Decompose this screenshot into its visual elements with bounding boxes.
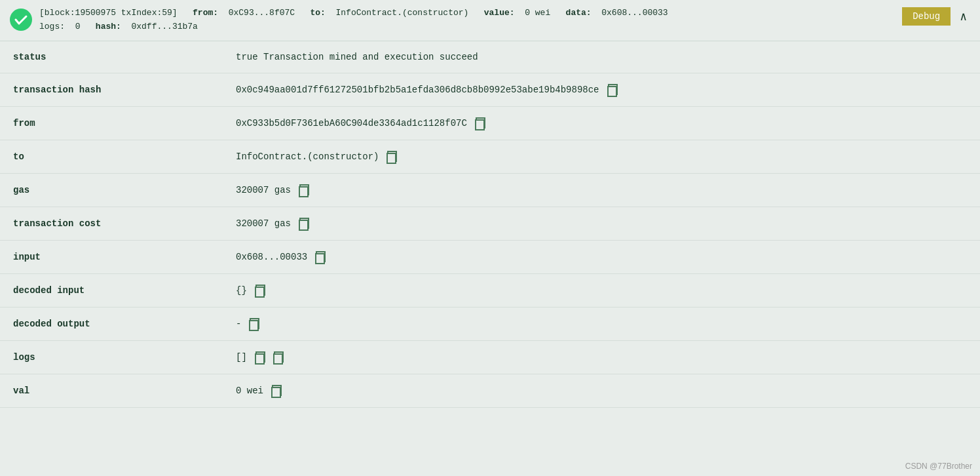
copy-icon[interactable]: [315, 251, 326, 263]
value-row: 0x0c949aa001d7ff61272501bfb2b5a1efda306d…: [236, 84, 967, 96]
header-text: [block:19500975 txIndex:59] from: 0xC93.…: [39, 7, 668, 34]
copy-icon[interactable]: [475, 117, 485, 129]
table-row: decoded input{}: [0, 273, 980, 307]
header-left: [block:19500975 txIndex:59] from: 0xC93.…: [9, 7, 668, 34]
copy-icon[interactable]: [607, 84, 618, 96]
value-row: 0x608...00033: [236, 251, 967, 263]
table-row: transaction cost320007 gas: [0, 207, 980, 240]
row-label: val: [0, 374, 223, 407]
debug-button[interactable]: Debug: [902, 7, 951, 26]
value-label: value:: [484, 8, 515, 18]
row-value: true Transaction mined and execution suc…: [236, 52, 478, 62]
row-value-cell: -: [223, 307, 980, 340]
row-value: 320007 gas: [236, 218, 291, 229]
value-row: InfoContract.(constructor): [236, 151, 967, 163]
copy-icon[interactable]: [249, 318, 259, 330]
row-label: input: [0, 240, 223, 273]
row-value: InfoContract.(constructor): [236, 151, 379, 162]
row-value: 0xC933b5d0F7361ebA60C904de3364ad1c1128f0…: [236, 118, 467, 129]
header-data-value: 0x608...00033: [601, 8, 668, 18]
row-label: decoded output: [0, 307, 223, 340]
value-row: {}: [236, 285, 967, 296]
row-label: transaction cost: [0, 207, 223, 240]
row-value-cell: true Transaction mined and execution suc…: [223, 41, 980, 73]
copy-icon-extra[interactable]: [273, 351, 284, 363]
value-row: true Transaction mined and execution suc…: [236, 52, 967, 62]
row-label: logs: [0, 340, 223, 374]
row-value-cell: InfoContract.(constructor): [223, 140, 980, 173]
block-info: [block:19500975 txIndex:59]: [39, 8, 178, 18]
header-right: Debug ∧: [902, 7, 971, 26]
table-row: logs[]: [0, 340, 980, 374]
row-value: []: [236, 352, 247, 363]
copy-icon[interactable]: [271, 385, 282, 397]
row-value-cell: 0xC933b5d0F7361ebA60C904de3364ad1c1128f0…: [223, 106, 980, 140]
row-label: transaction hash: [0, 73, 223, 106]
value-row: -: [236, 318, 967, 330]
header-to-value: InfoContract.(constructor): [336, 8, 469, 18]
copy-icon[interactable]: [299, 218, 309, 229]
svg-point-0: [10, 9, 32, 31]
table-row: toInfoContract.(constructor): [0, 140, 980, 173]
check-circle-icon: [9, 8, 33, 31]
row-value: 0 wei: [236, 386, 263, 396]
logs-value: 0: [75, 22, 81, 31]
row-value-cell: 320007 gas: [223, 173, 980, 207]
details-table: statustrue Transaction mined and executi…: [0, 41, 980, 408]
row-value: 0x608...00033: [236, 252, 307, 262]
header-bar: [block:19500975 txIndex:59] from: 0xC93.…: [0, 0, 980, 41]
row-value: {}: [236, 285, 247, 296]
row-value-cell: 0x608...00033: [223, 240, 980, 273]
from-label: from:: [193, 8, 218, 18]
table-row: transaction hash0x0c949aa001d7ff61272501…: [0, 73, 980, 106]
copy-icon[interactable]: [255, 351, 265, 363]
logs-label: logs:: [39, 22, 65, 31]
table-row: gas320007 gas: [0, 173, 980, 207]
row-value-cell: {}: [223, 273, 980, 307]
row-value: 320007 gas: [236, 185, 291, 195]
row-label: gas: [0, 173, 223, 207]
value-row: 0 wei: [236, 385, 967, 397]
row-value: 0x0c949aa001d7ff61272501bfb2b5a1efda306d…: [236, 85, 599, 95]
row-value-cell: 0x0c949aa001d7ff61272501bfb2b5a1efda306d…: [223, 73, 980, 106]
row-value-cell: []: [223, 340, 980, 374]
value-row: 320007 gas: [236, 184, 967, 196]
table-row: decoded output-: [0, 307, 980, 340]
table-row: from0xC933b5d0F7361ebA60C904de3364ad1c11…: [0, 106, 980, 140]
to-label: to:: [311, 8, 326, 18]
row-value-cell: 320007 gas: [223, 207, 980, 240]
data-label: data:: [566, 8, 592, 18]
row-label: status: [0, 41, 223, 73]
value-row: 0xC933b5d0F7361ebA60C904de3364ad1c1128f0…: [236, 117, 967, 129]
value-row: 320007 gas: [236, 218, 967, 229]
table-row: statustrue Transaction mined and executi…: [0, 41, 980, 73]
value-row: []: [236, 351, 967, 363]
header-from-value: 0xC93...8f07C: [229, 8, 295, 18]
hash-label: hash:: [96, 22, 121, 31]
row-value: -: [236, 319, 241, 329]
row-value-cell: 0 wei: [223, 374, 980, 407]
copy-icon[interactable]: [299, 184, 309, 196]
watermark: CSDN @77Brother: [905, 462, 972, 471]
chevron-up-icon[interactable]: ∧: [956, 7, 971, 26]
table-row: val0 wei: [0, 374, 980, 407]
copy-icon[interactable]: [386, 151, 397, 163]
table-row: input0x608...00033: [0, 240, 980, 273]
hash-value: 0xdff...31b7a: [131, 22, 197, 31]
row-label: from: [0, 106, 223, 140]
header-value-value: 0 wei: [525, 8, 550, 18]
row-label: decoded input: [0, 273, 223, 307]
copy-icon[interactable]: [255, 285, 265, 296]
row-label: to: [0, 140, 223, 173]
